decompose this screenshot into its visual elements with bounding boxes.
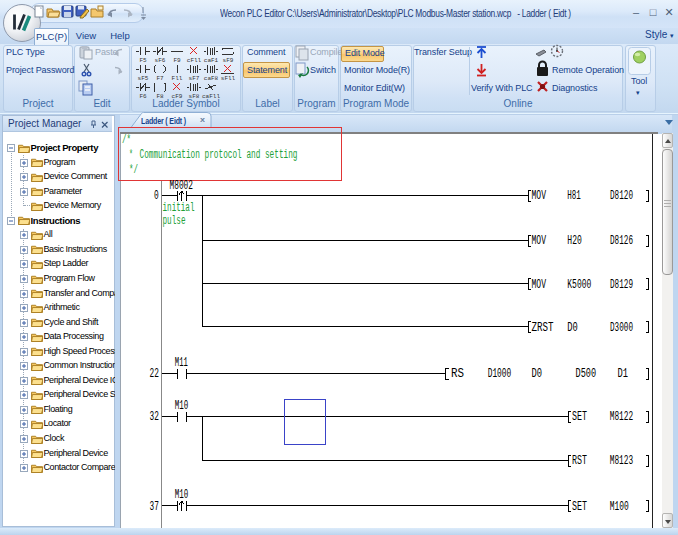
svg-text:ZRST: ZRST <box>532 321 554 335</box>
svg-text:0: 0 <box>154 189 159 203</box>
svg-text:H20: H20 <box>567 234 582 248</box>
svg-text:37: 37 <box>150 500 159 514</box>
svg-text:*/: */ <box>129 163 138 177</box>
svg-text:MOV: MOV <box>532 189 547 203</box>
svg-text:SET: SET <box>572 410 587 424</box>
svg-text:M100: M100 <box>610 500 629 514</box>
svg-text:pulse: pulse <box>163 214 186 228</box>
svg-text:M8123: M8123 <box>610 454 634 468</box>
svg-text:H81: H81 <box>567 189 581 203</box>
svg-text:M10: M10 <box>175 488 189 502</box>
svg-text:K5000: K5000 <box>567 278 591 292</box>
svg-text:MOV: MOV <box>532 234 547 248</box>
svg-text:initial: initial <box>163 201 195 215</box>
svg-text:MOV: MOV <box>532 278 547 292</box>
svg-text:M10: M10 <box>175 399 189 413</box>
svg-text:*: * <box>129 148 133 162</box>
svg-text:RST: RST <box>572 454 587 468</box>
svg-text:M8002: M8002 <box>170 179 194 193</box>
svg-text:D8120: D8120 <box>610 189 633 203</box>
svg-text:M8122: M8122 <box>610 410 634 424</box>
svg-text:SET: SET <box>572 500 587 514</box>
svg-text:D500: D500 <box>576 367 597 381</box>
svg-text:Communication protocol and set: Communication protocol and setting <box>140 148 298 162</box>
svg-text:22: 22 <box>150 367 159 381</box>
svg-text:D0: D0 <box>567 321 578 335</box>
svg-text:D8126: D8126 <box>610 234 633 248</box>
svg-text:D8129: D8129 <box>610 278 633 292</box>
svg-text:M11: M11 <box>175 356 188 370</box>
svg-text:D3000: D3000 <box>610 321 633 335</box>
svg-text:/*: /* <box>122 133 131 147</box>
svg-text:D1000: D1000 <box>488 367 512 381</box>
svg-text:D1: D1 <box>617 367 628 381</box>
svg-text:32: 32 <box>150 410 159 424</box>
svg-text:D0: D0 <box>532 367 543 381</box>
svg-text:RS: RS <box>451 367 464 381</box>
